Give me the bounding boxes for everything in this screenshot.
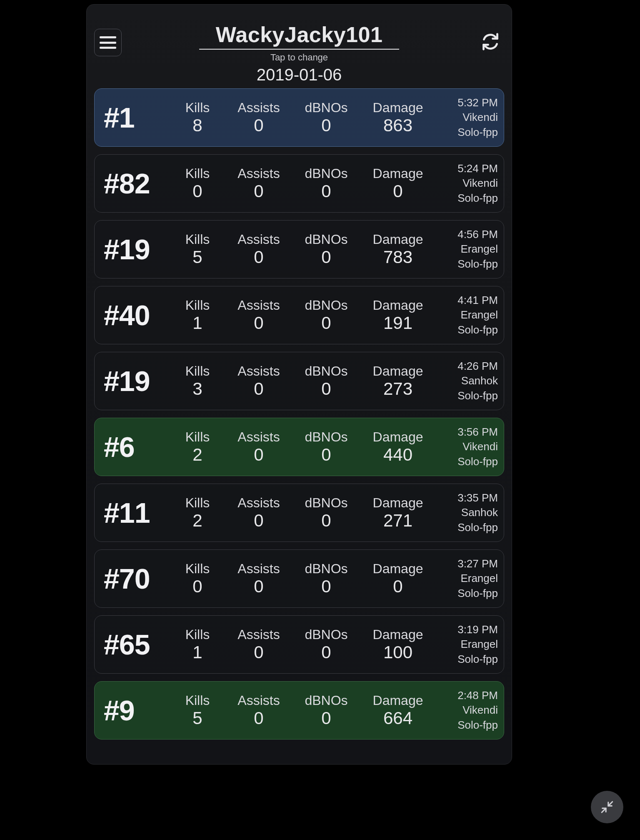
match-meta: 4:56 PMErangelSolo-fpp xyxy=(435,227,498,271)
stat-value: 0 xyxy=(297,445,355,465)
match-stats: Kills0Assists0dBNOs0Damage0 xyxy=(175,561,435,597)
stat-label: Kills xyxy=(175,166,220,181)
stat-dbnos: dBNOs0 xyxy=(297,693,355,728)
match-meta: 4:26 PMSanhokSolo-fpp xyxy=(435,359,498,403)
match-rank: #11 xyxy=(104,496,175,529)
stat-label: Kills xyxy=(175,298,220,313)
match-time: 5:32 PM xyxy=(439,95,498,110)
collapse-icon xyxy=(600,800,614,814)
match-stats: Kills8Assists0dBNOs0Damage863 xyxy=(175,100,435,135)
match-meta: 3:35 PMSanhokSolo-fpp xyxy=(435,491,498,534)
match-time: 3:19 PM xyxy=(439,622,498,637)
stat-value: 0 xyxy=(230,445,288,465)
stat-assists: Assists0 xyxy=(230,100,288,135)
stat-value: 0 xyxy=(230,708,288,728)
match-row[interactable]: #40Kills1Assists0dBNOs0Damage1914:41 PME… xyxy=(94,286,504,344)
stat-label: Assists xyxy=(230,429,288,445)
match-time: 3:35 PM xyxy=(439,491,498,505)
stat-value: 0 xyxy=(297,313,355,333)
stat-label: Assists xyxy=(230,364,288,379)
stat-label: Kills xyxy=(175,495,220,511)
stat-label: Damage xyxy=(365,693,431,708)
player-name[interactable]: WackyJacky101 xyxy=(199,22,400,50)
stat-label: Damage xyxy=(365,100,431,115)
stat-label: dBNOs xyxy=(297,364,355,379)
match-mode: Solo-fpp xyxy=(439,191,498,206)
stat-assists: Assists0 xyxy=(230,166,288,201)
stat-dbnos: dBNOs0 xyxy=(297,232,355,267)
match-time: 2:48 PM xyxy=(439,688,498,703)
stat-value: 0 xyxy=(230,313,288,333)
tap-to-change-hint: Tap to change xyxy=(97,52,502,63)
match-rank: #19 xyxy=(104,365,175,397)
refresh-icon xyxy=(481,33,500,51)
match-row[interactable]: #65Kills1Assists0dBNOs0Damage1003:19 PME… xyxy=(94,615,504,674)
stat-label: Kills xyxy=(175,364,220,379)
stat-kills: Kills0 xyxy=(175,561,220,597)
match-stats: Kills1Assists0dBNOs0Damage191 xyxy=(175,298,435,333)
match-time: 5:24 PM xyxy=(439,161,498,176)
match-mode: Solo-fpp xyxy=(439,718,498,732)
stat-label: Damage xyxy=(365,627,431,642)
stat-value: 863 xyxy=(365,115,431,135)
match-mode: Solo-fpp xyxy=(439,125,498,140)
match-stats: Kills0Assists0dBNOs0Damage0 xyxy=(175,166,435,201)
match-time: 4:41 PM xyxy=(439,293,498,308)
stat-dbnos: dBNOs0 xyxy=(297,495,355,531)
match-row[interactable]: #1Kills8Assists0dBNOs0Damage8635:32 PMVi… xyxy=(94,88,504,147)
match-stats: Kills1Assists0dBNOs0Damage100 xyxy=(175,627,435,662)
match-stats: Kills5Assists0dBNOs0Damage664 xyxy=(175,693,435,728)
stat-label: Assists xyxy=(230,100,288,115)
stat-label: Kills xyxy=(175,627,220,642)
stat-kills: Kills0 xyxy=(175,166,220,201)
stat-label: Assists xyxy=(230,232,288,247)
stat-label: Kills xyxy=(175,693,220,708)
stat-value: 273 xyxy=(365,379,431,399)
collapse-button[interactable] xyxy=(591,791,623,823)
stat-kills: Kills5 xyxy=(175,232,220,267)
match-map: Erangel xyxy=(439,571,498,586)
match-row[interactable]: #6Kills2Assists0dBNOs0Damage4403:56 PMVi… xyxy=(94,418,504,476)
match-mode: Solo-fpp xyxy=(439,389,498,403)
stat-label: Damage xyxy=(365,561,431,577)
stat-damage: Damage100 xyxy=(365,627,431,662)
stat-value: 0 xyxy=(297,115,355,135)
stat-dbnos: dBNOs0 xyxy=(297,166,355,201)
stat-dbnos: dBNOs0 xyxy=(297,561,355,597)
stat-value: 0 xyxy=(230,577,288,597)
stat-label: Damage xyxy=(365,364,431,379)
match-row[interactable]: #19Kills5Assists0dBNOs0Damage7834:56 PME… xyxy=(94,220,504,278)
match-time: 4:56 PM xyxy=(439,227,498,242)
stat-value: 440 xyxy=(365,445,431,465)
stat-dbnos: dBNOs0 xyxy=(297,100,355,135)
stat-label: dBNOs xyxy=(297,495,355,511)
stat-assists: Assists0 xyxy=(230,627,288,662)
stat-value: 5 xyxy=(175,247,220,267)
match-row[interactable]: #11Kills2Assists0dBNOs0Damage2713:35 PMS… xyxy=(94,484,504,542)
stat-label: Damage xyxy=(365,298,431,313)
match-row[interactable]: #70Kills0Assists0dBNOs0Damage03:27 PMEra… xyxy=(94,549,504,608)
stat-value: 0 xyxy=(230,511,288,531)
match-map: Vikendi xyxy=(439,176,498,191)
stat-label: Assists xyxy=(230,693,288,708)
stat-assists: Assists0 xyxy=(230,495,288,531)
stat-value: 0 xyxy=(297,577,355,597)
match-map: Vikendi xyxy=(439,703,498,717)
match-row[interactable]: #9Kills5Assists0dBNOs0Damage6642:48 PMVi… xyxy=(94,681,504,740)
match-rank: #65 xyxy=(104,628,175,661)
stat-label: dBNOs xyxy=(297,561,355,577)
stat-damage: Damage0 xyxy=(365,166,431,201)
stat-damage: Damage863 xyxy=(365,100,431,135)
menu-button[interactable] xyxy=(94,29,122,56)
stat-value: 0 xyxy=(365,181,431,201)
stat-kills: Kills2 xyxy=(175,495,220,531)
stat-label: dBNOs xyxy=(297,429,355,445)
stat-value: 0 xyxy=(230,115,288,135)
stat-value: 271 xyxy=(365,511,431,531)
match-meta: 5:32 PMVikendiSolo-fpp xyxy=(435,95,498,139)
stat-label: Kills xyxy=(175,100,220,115)
match-row[interactable]: #19Kills3Assists0dBNOs0Damage2734:26 PMS… xyxy=(94,352,504,410)
match-row[interactable]: #82Kills0Assists0dBNOs0Damage05:24 PMVik… xyxy=(94,154,504,213)
match-rank: #82 xyxy=(104,167,175,200)
refresh-button[interactable] xyxy=(478,30,502,54)
